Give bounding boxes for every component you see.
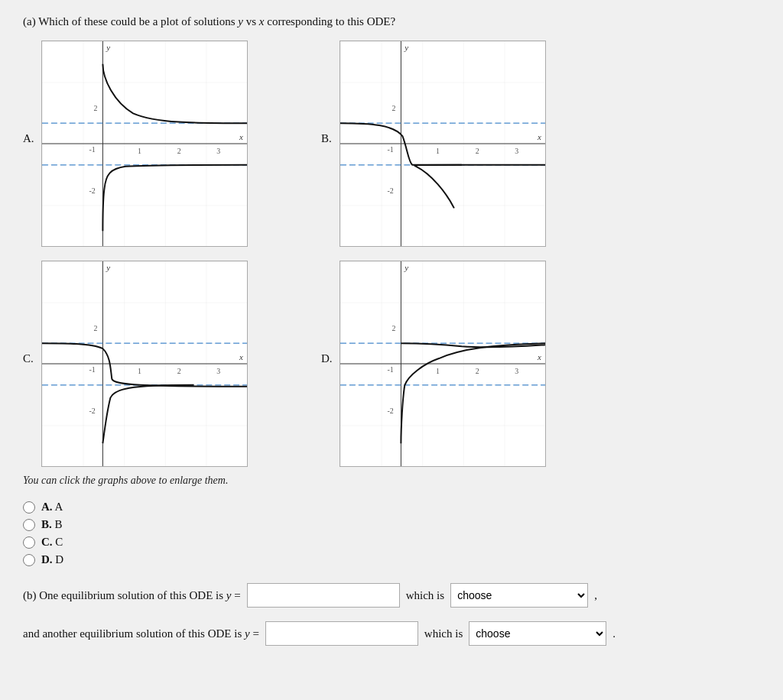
svg-text:3: 3 xyxy=(515,367,518,375)
svg-text:y: y xyxy=(106,43,110,52)
graph-item-B: B. y x 2 -1 -2 1 2 3 xyxy=(321,41,573,247)
svg-text:y: y xyxy=(404,43,408,52)
radio-C[interactable] xyxy=(23,536,35,549)
click-hint: You can click the graphs above to enlarg… xyxy=(23,475,760,487)
svg-text:x: x xyxy=(239,352,243,361)
svg-text:-1: -1 xyxy=(388,365,394,374)
svg-text:2: 2 xyxy=(177,147,181,155)
svg-text:3: 3 xyxy=(216,147,220,155)
svg-text:x: x xyxy=(239,132,243,141)
svg-text:x: x xyxy=(537,352,541,361)
graph-box-A[interactable]: y x 2 -1 -2 1 2 3 xyxy=(41,41,248,247)
eq-row1-select[interactable]: choose stable unstable semi-stable xyxy=(450,583,588,608)
svg-text:2: 2 xyxy=(177,367,181,375)
svg-text:2: 2 xyxy=(93,104,97,112)
svg-text:1: 1 xyxy=(138,367,141,375)
graph-box-D[interactable]: y x 2 -1 -2 1 2 3 xyxy=(340,261,546,467)
radio-D[interactable] xyxy=(23,554,35,566)
svg-text:3: 3 xyxy=(515,147,518,155)
graph-label-C: C. xyxy=(23,261,37,365)
radio-label-D: D. D xyxy=(41,553,63,566)
graph-label-B: B. xyxy=(321,41,335,145)
svg-text:2: 2 xyxy=(93,324,97,332)
radio-label-A: A. A xyxy=(41,501,63,514)
equilibrium-row-2: and another equilibrium solution of this… xyxy=(23,621,760,646)
svg-text:-2: -2 xyxy=(388,186,394,195)
radio-A[interactable] xyxy=(23,501,35,514)
graphs-grid: A. y x 2 -1 -2 xyxy=(23,41,573,467)
radio-label-B: B. B xyxy=(41,518,63,531)
radio-label-C: C. C xyxy=(41,536,63,549)
svg-text:-2: -2 xyxy=(89,407,96,415)
svg-text:2: 2 xyxy=(392,104,395,112)
eq-row1-prefix: (b) One equilibrium solution of this ODE… xyxy=(23,589,241,602)
radio-B[interactable] xyxy=(23,519,35,531)
eq-row1-comma: , xyxy=(594,589,597,602)
radio-option-D[interactable]: D. D xyxy=(23,553,760,566)
svg-text:2: 2 xyxy=(476,147,479,155)
svg-text:2: 2 xyxy=(392,324,395,332)
eq-row2-period: . xyxy=(612,627,616,640)
graph-item-D: D. y x 2 -1 -2 1 2 3 xyxy=(321,261,573,467)
radio-option-C[interactable]: C. C xyxy=(23,536,760,549)
graph-box-C[interactable]: y x 2 -1 -2 1 2 3 xyxy=(41,261,248,467)
svg-text:1: 1 xyxy=(138,147,141,155)
radio-option-A[interactable]: A. A xyxy=(23,501,760,514)
eq-row2-input[interactable] xyxy=(265,621,418,646)
svg-text:1: 1 xyxy=(436,367,440,375)
radio-options: A. A B. B C. C D. D xyxy=(23,501,760,566)
eq-row2-prefix: and another equilibrium solution of this… xyxy=(23,627,259,640)
svg-text:x: x xyxy=(537,132,541,141)
svg-text:y: y xyxy=(106,263,110,272)
svg-text:-2: -2 xyxy=(388,407,394,415)
eq-row1-input[interactable] xyxy=(247,583,400,608)
graph-item-C: C. y x 2 -1 -2 1 2 3 xyxy=(23,261,275,467)
graph-item-A: A. y x 2 -1 -2 xyxy=(23,41,275,247)
eq-row2-select[interactable]: choose stable unstable semi-stable xyxy=(469,621,606,646)
eq-row2-which-is: which is xyxy=(424,627,463,640)
graph-label-A: A. xyxy=(23,41,37,145)
svg-text:-1: -1 xyxy=(89,365,96,374)
equilibrium-row-1: (b) One equilibrium solution of this ODE… xyxy=(23,583,760,608)
svg-text:1: 1 xyxy=(436,147,440,155)
radio-option-B[interactable]: B. B xyxy=(23,518,760,531)
svg-text:y: y xyxy=(404,263,408,272)
svg-text:2: 2 xyxy=(476,367,479,375)
eq-row1-which-is: which is xyxy=(406,589,444,602)
svg-text:-1: -1 xyxy=(388,145,394,154)
svg-text:3: 3 xyxy=(216,367,220,375)
graph-box-B[interactable]: y x 2 -1 -2 1 2 3 xyxy=(340,41,546,247)
svg-text:-1: -1 xyxy=(89,145,96,154)
question-title: (a) Which of these could be a plot of so… xyxy=(23,15,760,28)
graph-label-D: D. xyxy=(321,261,335,365)
part-b: (b) One equilibrium solution of this ODE… xyxy=(23,583,760,646)
svg-text:-2: -2 xyxy=(89,186,96,195)
